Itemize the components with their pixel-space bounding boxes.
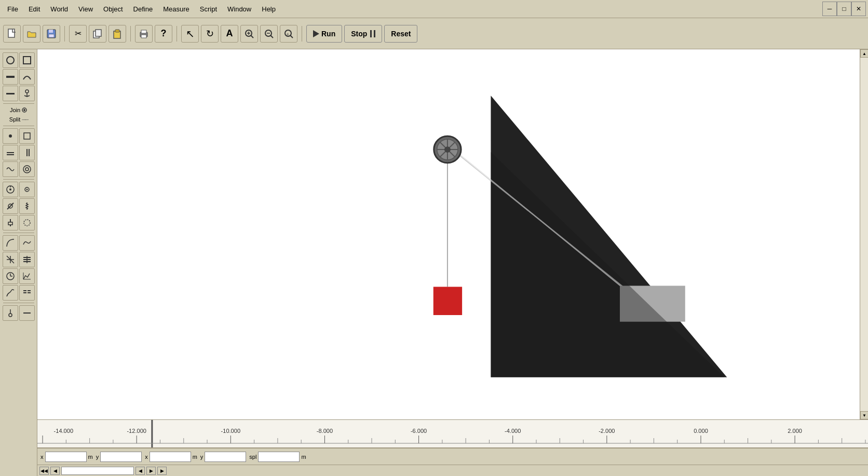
svg-point-44 (26, 189, 28, 191)
canvas-area[interactable]: ▲ ▼ (37, 49, 868, 419)
vline-tool[interactable] (19, 145, 35, 160)
menu-edit[interactable]: Edit (23, 3, 45, 15)
motor-tool[interactable] (3, 182, 18, 197)
curve2-tool[interactable] (3, 235, 18, 251)
hh-tool[interactable] (19, 285, 35, 301)
joint-tool[interactable] (3, 198, 18, 214)
paste-button[interactable] (108, 25, 126, 43)
spoke-d1 (440, 142, 455, 157)
trace-tool[interactable] (3, 285, 18, 301)
scroll-track-v[interactable] (860, 58, 868, 411)
sliding-block (620, 286, 685, 322)
maximize-button[interactable]: □ (837, 2, 851, 16)
minus-tool[interactable] (19, 305, 35, 321)
spl-input[interactable] (258, 452, 300, 462)
stop-button[interactable]: Stop (344, 25, 382, 43)
svg-point-67 (9, 314, 12, 317)
spoke-d2 (440, 142, 455, 157)
nav-prev[interactable]: ◀ (50, 467, 60, 475)
close-button[interactable]: ✕ (851, 2, 866, 16)
svg-point-50 (24, 220, 30, 226)
beam-tool[interactable] (3, 86, 18, 101)
svg-rect-27 (6, 93, 15, 94)
menu-script[interactable]: Script (195, 3, 222, 15)
scroll-down-arrow[interactable]: ▼ (860, 411, 868, 419)
svg-text:-4.000: -4.000 (505, 428, 521, 434)
hbar-tool[interactable] (19, 252, 35, 267)
spl-unit: m (301, 454, 306, 460)
menu-file[interactable]: File (2, 3, 23, 15)
text-tool[interactable]: A (221, 25, 238, 43)
main-layout: Join Split ─ ─ (0, 49, 868, 476)
print-button[interactable] (135, 25, 153, 43)
split-label[interactable]: Split ─ ─ (7, 115, 30, 124)
svg-rect-25 (23, 57, 31, 64)
copy-button[interactable] (89, 25, 106, 43)
wave-tool[interactable] (3, 161, 18, 177)
left-toolbar: Join Split ─ ─ (0, 49, 37, 476)
minimize-button[interactable]: ─ (822, 2, 837, 16)
rotate-tool[interactable]: ↻ (201, 25, 219, 43)
menu-world[interactable]: World (45, 3, 73, 15)
svg-point-39 (25, 168, 29, 171)
x2-input[interactable] (150, 452, 191, 462)
x-input[interactable] (45, 452, 87, 462)
menu-object[interactable]: Object (98, 3, 128, 15)
hline-tool[interactable] (3, 145, 18, 160)
line-tool[interactable] (3, 69, 18, 85)
nav-position-input[interactable] (61, 467, 134, 475)
rect-tool[interactable] (19, 52, 35, 68)
contact-tool[interactable] (19, 215, 35, 230)
lt-sep-1 (3, 103, 34, 104)
run-button[interactable]: Run (306, 25, 342, 43)
reset-button[interactable]: Reset (384, 25, 417, 43)
y-input[interactable] (100, 452, 142, 462)
cut-button[interactable]: ✂ (69, 25, 87, 43)
open-button[interactable] (23, 25, 40, 43)
menu-help[interactable]: Help (256, 3, 281, 15)
help-button[interactable]: ? (155, 25, 172, 43)
circle-tool[interactable] (3, 52, 18, 68)
rope-angled-2 (457, 152, 642, 304)
menu-measure[interactable]: Measure (158, 3, 195, 15)
point-tool[interactable] (3, 128, 18, 144)
spl-field: spl m (249, 452, 306, 462)
svg-rect-9 (141, 30, 146, 33)
pulley-hub (444, 146, 451, 153)
scroll-up-arrow[interactable]: ▲ (860, 49, 868, 58)
menu-window[interactable]: Window (222, 3, 256, 15)
gear-tool[interactable] (19, 182, 35, 197)
svg-text:-10.000: -10.000 (221, 428, 240, 434)
cross-tool[interactable] (3, 252, 18, 267)
svg-point-24 (7, 57, 14, 64)
zoom-in-tool[interactable] (240, 25, 258, 43)
box-tool[interactable] (19, 128, 35, 144)
new-button[interactable] (3, 25, 21, 43)
zoom-fit-tool[interactable]: ± (280, 25, 297, 43)
anchor-tool[interactable] (19, 86, 35, 101)
svg-point-41 (9, 188, 11, 191)
graph-tool[interactable] (19, 268, 35, 284)
select-tool[interactable]: ↖ (181, 25, 199, 43)
angle-tool[interactable] (3, 305, 18, 321)
menu-view[interactable]: View (73, 3, 98, 15)
curve-tool[interactable] (19, 69, 35, 85)
measure-tool[interactable] (3, 268, 18, 284)
wave2-tool[interactable] (19, 235, 35, 251)
zoom-out-tool[interactable] (260, 25, 278, 43)
y2-input[interactable] (205, 452, 246, 462)
target-tool[interactable] (19, 161, 35, 177)
nav-next[interactable]: ▶ (146, 467, 156, 475)
save-button[interactable] (43, 25, 60, 43)
nav-prev-prev[interactable]: ◀◀ (39, 467, 49, 475)
spring-tool[interactable] (19, 198, 35, 214)
join-label[interactable]: Join (8, 106, 29, 114)
svg-text:2.000: 2.000 (788, 428, 802, 434)
damper-tool[interactable] (3, 215, 18, 230)
lt-sep-2 (3, 126, 34, 126)
nav-next-prev[interactable]: ◀ (135, 467, 145, 475)
svg-rect-0 (8, 29, 15, 37)
nav-end[interactable]: ▶ (157, 467, 167, 475)
separator-2 (130, 26, 131, 42)
menu-define[interactable]: Define (128, 3, 158, 15)
